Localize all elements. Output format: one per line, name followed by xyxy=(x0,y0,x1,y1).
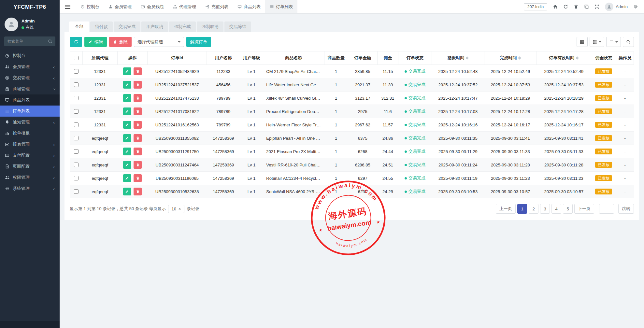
table-row[interactable]: 12331 UB2512241037521537 456456 Lv 1 Lif… xyxy=(70,78,634,92)
row-delete-button[interactable] xyxy=(134,121,142,129)
search-icon[interactable] xyxy=(48,39,52,44)
table-search-button[interactable] xyxy=(623,37,634,47)
row-edit-button[interactable] xyxy=(123,148,131,155)
row-delete-button[interactable] xyxy=(134,148,142,155)
page-button-2[interactable]: 2 xyxy=(529,204,538,214)
row-delete-button[interactable] xyxy=(134,188,142,195)
row-checkbox[interactable] xyxy=(74,69,79,74)
row-delete-button[interactable] xyxy=(134,67,142,75)
sidebar-item-notifications[interactable]: 通知管理‹ xyxy=(0,117,60,128)
nav-dashboard[interactable]: 控制台 xyxy=(76,0,104,13)
sidebar-item-permissions[interactable]: 权限管理‹ xyxy=(0,172,60,183)
select-all-checkbox[interactable] xyxy=(74,56,79,60)
nav-agents[interactable]: 代理管理 xyxy=(168,0,201,13)
settings-gear-icon[interactable] xyxy=(633,4,638,9)
row-checkbox[interactable] xyxy=(74,136,79,140)
sidebar-item-page-config[interactable]: 页面配置‹ xyxy=(0,161,60,172)
nav-members[interactable]: 会员管理 xyxy=(104,0,136,13)
col-finished-time[interactable]: 完成时间 xyxy=(484,51,537,65)
sidebar-item-goods-list[interactable]: 商品列表 xyxy=(0,94,60,106)
row-checkbox[interactable] xyxy=(74,82,79,87)
tab-force-cancel[interactable]: 强制取消 xyxy=(197,21,223,32)
topbar-user[interactable]: Admin xyxy=(605,3,628,11)
page-button-4[interactable]: 4 xyxy=(551,204,561,214)
page-size-select[interactable]: 10 xyxy=(168,205,184,213)
nav-orders[interactable]: 订单列表 xyxy=(265,0,297,13)
row-checkbox[interactable] xyxy=(74,189,79,194)
row-delete-button[interactable] xyxy=(134,174,142,182)
refresh-icon[interactable] xyxy=(563,4,568,9)
row-edit-button[interactable] xyxy=(123,81,131,89)
sidebar-item-system[interactable]: 系统管理‹ xyxy=(0,183,60,194)
jump-page-input[interactable] xyxy=(599,204,614,214)
nav-recharge[interactable]: 充值列表 xyxy=(201,0,233,13)
row-edit-button[interactable] xyxy=(123,67,131,75)
row-checkbox[interactable] xyxy=(74,109,79,114)
row-edit-button[interactable] xyxy=(123,134,131,142)
next-page-button[interactable]: 下一页 xyxy=(574,204,594,214)
table-row[interactable]: 12331 UB2512241052484829 112233 Lv 1 CM … xyxy=(70,65,634,78)
edit-button[interactable]: 编辑 xyxy=(84,37,107,47)
sidebar-item-dashboard[interactable]: 控制台 xyxy=(0,50,60,61)
row-checkbox[interactable] xyxy=(74,149,79,154)
export-button[interactable] xyxy=(606,37,621,47)
delete-button[interactable]: 删除 xyxy=(109,37,132,47)
agent-filter-select[interactable]: 选择代理筛选 xyxy=(134,37,184,47)
tab-all[interactable]: 全部 xyxy=(69,21,89,32)
page-button-5[interactable]: 5 xyxy=(563,204,573,214)
table-row[interactable]: eqfqeeqf UB2509300310532638 147258369 Lv… xyxy=(70,185,634,198)
page-button-3[interactable]: 3 xyxy=(540,204,550,214)
row-delete-button[interactable] xyxy=(134,94,142,102)
refresh-button[interactable] xyxy=(70,37,82,47)
tab-frozen[interactable]: 交易冻结 xyxy=(224,21,251,32)
jump-button[interactable]: 跳转 xyxy=(618,204,634,214)
tab-user-cancelled[interactable]: 用户取消 xyxy=(141,21,168,32)
table-row[interactable]: eqfqeeqf UB2509300311196065 147258369 Lv… xyxy=(70,172,634,185)
copy-icon[interactable] xyxy=(584,4,589,9)
row-edit-button[interactable] xyxy=(123,94,131,102)
sidebar-item-members[interactable]: 会员管理‹ xyxy=(0,61,60,72)
table-row[interactable]: 12331 UB2512241017475133 789789 Lv 1 Xil… xyxy=(70,92,634,105)
col-valid-time[interactable]: 订单有效时间 xyxy=(537,51,591,65)
col-assigned-time[interactable]: 指派时间 xyxy=(432,51,484,65)
sidebar-item-mall[interactable]: 商城管理‹ xyxy=(0,83,60,94)
nav-wallet[interactable]: 会员钱包 xyxy=(136,0,168,13)
table-row[interactable]: 12331 UB2512241016162563 789789 Lv 1 Hei… xyxy=(70,118,634,132)
nav-goods[interactable]: 商品列表 xyxy=(233,0,265,13)
toggle-view-button[interactable] xyxy=(577,37,588,47)
table-row[interactable]: eqfqeeqf UB2509300311355082 147258369 Lv… xyxy=(70,132,634,145)
table-row[interactable]: eqfqeeqf UB2509300311247464 147258369 Lv… xyxy=(70,158,634,172)
table-row[interactable]: 12331 UB2512241017081822 789789 Lv 1 Pro… xyxy=(70,105,634,118)
row-checkbox[interactable] xyxy=(74,122,79,127)
trash-icon[interactable] xyxy=(574,4,579,9)
prev-page-button[interactable]: 上一页 xyxy=(496,204,516,214)
row-edit-button[interactable] xyxy=(123,174,131,182)
row-delete-button[interactable] xyxy=(134,161,142,169)
row-edit-button[interactable] xyxy=(123,121,131,129)
fullscreen-icon[interactable] xyxy=(594,4,599,9)
tab-pending-payment[interactable]: 待付款 xyxy=(90,21,113,32)
row-delete-button[interactable] xyxy=(134,107,142,115)
sidebar-item-grab-template[interactable]: 抢单模板 xyxy=(0,128,60,139)
row-delete-button[interactable] xyxy=(134,81,142,89)
columns-button[interactable] xyxy=(590,37,604,47)
row-checkbox[interactable] xyxy=(74,163,79,167)
row-delete-button[interactable] xyxy=(134,134,142,142)
row-edit-button[interactable] xyxy=(123,107,131,115)
row-edit-button[interactable] xyxy=(123,161,131,169)
menu-toggle-button[interactable] xyxy=(60,0,76,13)
sidebar-item-transactions[interactable]: 交易管理‹ xyxy=(0,72,60,83)
unfreeze-order-button[interactable]: 解冻订单 xyxy=(186,37,211,47)
tab-completed[interactable]: 交易完成 xyxy=(114,21,140,32)
row-edit-button[interactable] xyxy=(123,188,131,195)
table-row[interactable]: eqfqeeqf UB2509300311291750 147258369 Lv… xyxy=(70,145,634,158)
tab-force-complete[interactable]: 强制完成 xyxy=(169,21,196,32)
row-checkbox[interactable] xyxy=(74,176,79,180)
page-button-1[interactable]: 1 xyxy=(517,204,527,214)
region-selector[interactable]: 207-India xyxy=(524,3,547,10)
sidebar-item-payment-config[interactable]: 支付配置‹ xyxy=(0,150,60,161)
row-checkbox[interactable] xyxy=(74,96,79,100)
sidebar-item-order-list[interactable]: 订单列表 xyxy=(0,106,60,117)
sidebar-item-reports[interactable]: 报表管理‹ xyxy=(0,139,60,150)
home-icon[interactable] xyxy=(553,4,558,9)
